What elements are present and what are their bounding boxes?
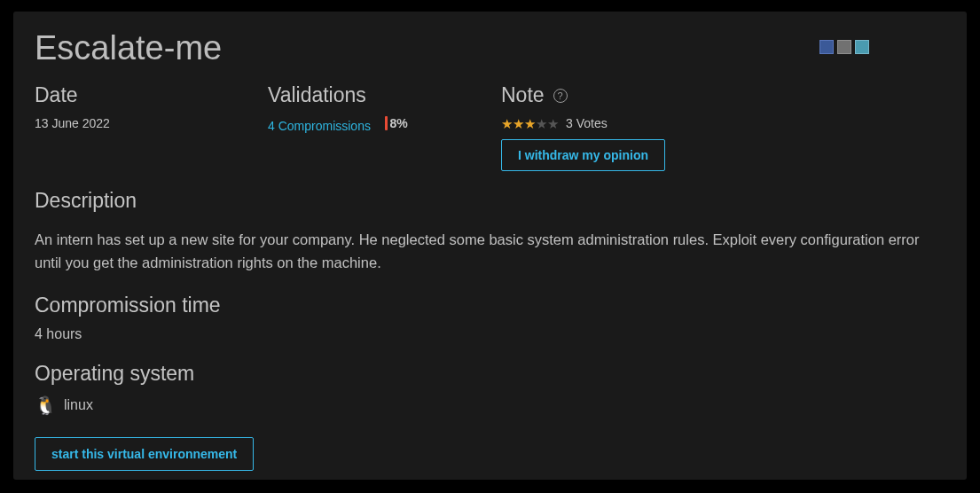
date-value: 13 June 2022 [35, 116, 268, 130]
social-share-icons [819, 40, 869, 54]
facebook-icon[interactable] [819, 40, 834, 54]
date-heading: Date [35, 83, 268, 107]
star-icon: ★ [513, 117, 524, 130]
linux-penguin-icon: 🐧 [35, 395, 57, 416]
description-heading: Description [35, 189, 945, 213]
challenge-panel: Escalate-me Date 13 June 2022 Validation… [13, 12, 967, 480]
help-icon[interactable]: ? [553, 89, 568, 103]
meta-validations-column: Validations 4 Compromissions 8% [268, 83, 501, 171]
start-environment-button[interactable]: start this virtual environnement [35, 437, 254, 471]
compromissions-link[interactable]: 4 Compromissions [268, 119, 371, 133]
percent-bar-icon [385, 116, 388, 130]
os-row: 🐧 linux [35, 395, 945, 416]
validations-heading: Validations [268, 83, 501, 107]
percent-text: 8% [389, 116, 407, 130]
rating-stars[interactable]: ★ ★ ★ ★ ★ [501, 117, 559, 130]
linkedin-icon[interactable] [837, 40, 851, 54]
os-heading: Operating system [35, 362, 945, 386]
os-value: linux [64, 397, 93, 413]
compromission-time-value: 4 hours [35, 326, 945, 342]
percent-badge: 8% [385, 116, 407, 130]
meta-date-column: Date 13 June 2022 [35, 83, 268, 171]
validations-value: 4 Compromissions 8% [268, 116, 501, 134]
star-icon: ★ [501, 117, 513, 130]
votes-count: 3 Votes [566, 116, 608, 130]
star-icon: ★ [536, 117, 547, 130]
star-icon: ★ [524, 117, 536, 130]
description-text: An intern has set up a new site for your… [35, 229, 945, 274]
note-row: ★ ★ ★ ★ ★ 3 Votes [501, 116, 665, 130]
challenge-title: Escalate-me [35, 29, 945, 67]
meta-row: Date 13 June 2022 Validations 4 Compromi… [35, 83, 945, 171]
note-label: Note [501, 83, 545, 107]
star-icon: ★ [547, 117, 559, 130]
note-heading: Note ? [501, 83, 665, 107]
withdraw-opinion-button[interactable]: I withdraw my opinion [501, 139, 665, 171]
meta-note-column: Note ? ★ ★ ★ ★ ★ 3 Votes I withdraw my o… [501, 83, 665, 171]
compromission-time-heading: Compromission time [35, 293, 945, 317]
twitter-icon[interactable] [855, 40, 869, 54]
